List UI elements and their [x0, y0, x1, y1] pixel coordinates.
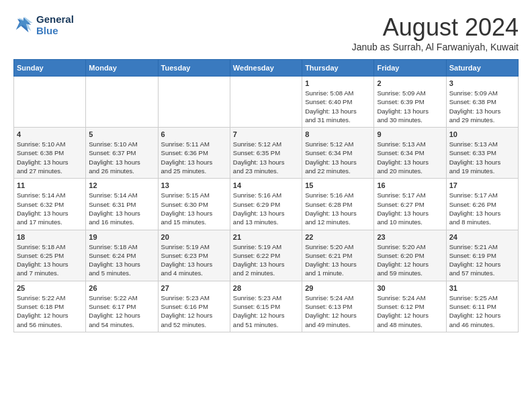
day-number: 25 [17, 284, 83, 292]
calendar-cell: 21Sunrise: 5:19 AM Sunset: 6:22 PM Dayli… [230, 230, 302, 281]
day-number: 30 [377, 284, 443, 292]
day-detail: Sunrise: 5:10 AM Sunset: 6:37 PM Dayligh… [89, 140, 154, 175]
month-title: August 2024 [352, 13, 519, 42]
day-number: 20 [161, 233, 227, 241]
calendar-cell: 13Sunrise: 5:15 AM Sunset: 6:30 PM Dayli… [158, 179, 230, 230]
calendar-cell: 16Sunrise: 5:17 AM Sunset: 6:27 PM Dayli… [374, 179, 446, 230]
calendar-week-5: 25Sunrise: 5:22 AM Sunset: 6:18 PM Dayli… [14, 281, 519, 332]
day-number: 16 [377, 181, 443, 189]
day-detail: Sunrise: 5:21 AM Sunset: 6:19 PM Dayligh… [449, 242, 515, 278]
calendar-cell [230, 77, 302, 128]
calendar-cell: 15Sunrise: 5:16 AM Sunset: 6:28 PM Dayli… [302, 179, 374, 230]
calendar-cell: 19Sunrise: 5:18 AM Sunset: 6:24 PM Dayli… [86, 230, 158, 281]
calendar-cell: 7Sunrise: 5:12 AM Sunset: 6:35 PM Daylig… [230, 128, 302, 179]
day-number: 6 [161, 130, 227, 138]
day-detail: Sunrise: 5:19 AM Sunset: 6:23 PM Dayligh… [161, 242, 227, 278]
calendar-cell: 10Sunrise: 5:13 AM Sunset: 6:33 PM Dayli… [446, 128, 518, 179]
day-header-monday: Monday [86, 60, 158, 77]
title-block: August 2024 Janub as Surrah, Al Farwaniy… [352, 13, 519, 52]
day-number: 1 [305, 79, 371, 87]
day-number: 8 [305, 130, 371, 138]
day-number: 7 [233, 130, 299, 138]
day-number: 19 [89, 233, 154, 241]
day-number: 18 [17, 233, 83, 241]
location-subtitle: Janub as Surrah, Al Farwaniyah, Kuwait [352, 42, 519, 52]
day-detail: Sunrise: 5:14 AM Sunset: 6:32 PM Dayligh… [17, 191, 83, 226]
logo-text: General Blue [36, 13, 74, 36]
day-detail: Sunrise: 5:25 AM Sunset: 6:11 PM Dayligh… [449, 293, 515, 329]
logo: General Blue [13, 13, 74, 36]
day-detail: Sunrise: 5:24 AM Sunset: 6:12 PM Dayligh… [377, 293, 443, 329]
calendar-cell: 8Sunrise: 5:12 AM Sunset: 6:34 PM Daylig… [302, 128, 374, 179]
calendar-cell: 6Sunrise: 5:11 AM Sunset: 6:36 PM Daylig… [158, 128, 230, 179]
calendar-cell: 31Sunrise: 5:25 AM Sunset: 6:11 PM Dayli… [446, 281, 518, 332]
calendar-cell: 26Sunrise: 5:22 AM Sunset: 6:17 PM Dayli… [86, 281, 158, 332]
day-number: 3 [449, 79, 515, 87]
day-detail: Sunrise: 5:17 AM Sunset: 6:27 PM Dayligh… [377, 191, 443, 226]
day-number: 13 [161, 181, 227, 189]
day-number: 14 [233, 181, 299, 189]
day-number: 9 [377, 130, 443, 138]
day-detail: Sunrise: 5:18 AM Sunset: 6:24 PM Dayligh… [89, 242, 154, 278]
day-number: 24 [449, 233, 515, 241]
day-number: 31 [449, 284, 515, 292]
day-number: 21 [233, 233, 299, 241]
day-header-friday: Friday [374, 60, 446, 77]
day-number: 10 [449, 130, 515, 138]
day-header-saturday: Saturday [446, 60, 518, 77]
calendar-cell: 24Sunrise: 5:21 AM Sunset: 6:19 PM Dayli… [446, 230, 518, 281]
day-detail: Sunrise: 5:22 AM Sunset: 6:17 PM Dayligh… [89, 293, 154, 329]
page-header: General Blue August 2024 Janub as Surrah… [13, 13, 519, 52]
calendar-cell: 11Sunrise: 5:14 AM Sunset: 6:32 PM Dayli… [14, 179, 86, 230]
calendar-cell: 12Sunrise: 5:14 AM Sunset: 6:31 PM Dayli… [86, 179, 158, 230]
day-number: 26 [89, 284, 154, 292]
day-detail: Sunrise: 5:10 AM Sunset: 6:38 PM Dayligh… [17, 140, 83, 175]
day-detail: Sunrise: 5:13 AM Sunset: 6:33 PM Dayligh… [449, 140, 515, 175]
header-row: SundayMondayTuesdayWednesdayThursdayFrid… [14, 60, 519, 77]
day-detail: Sunrise: 5:08 AM Sunset: 6:40 PM Dayligh… [305, 89, 371, 124]
calendar-cell: 18Sunrise: 5:18 AM Sunset: 6:25 PM Dayli… [14, 230, 86, 281]
calendar-cell: 20Sunrise: 5:19 AM Sunset: 6:23 PM Dayli… [158, 230, 230, 281]
day-header-wednesday: Wednesday [230, 60, 302, 77]
day-header-tuesday: Tuesday [158, 60, 230, 77]
day-number: 4 [17, 130, 83, 138]
calendar-cell: 28Sunrise: 5:23 AM Sunset: 6:15 PM Dayli… [230, 281, 302, 332]
calendar-cell: 4Sunrise: 5:10 AM Sunset: 6:38 PM Daylig… [14, 128, 86, 179]
calendar-cell [86, 77, 158, 128]
day-detail: Sunrise: 5:18 AM Sunset: 6:25 PM Dayligh… [17, 242, 83, 278]
day-detail: Sunrise: 5:12 AM Sunset: 6:34 PM Dayligh… [305, 140, 371, 175]
calendar-cell: 2Sunrise: 5:09 AM Sunset: 6:39 PM Daylig… [374, 77, 446, 128]
calendar-week-3: 11Sunrise: 5:14 AM Sunset: 6:32 PM Dayli… [14, 179, 519, 230]
day-number: 11 [17, 181, 83, 189]
day-detail: Sunrise: 5:17 AM Sunset: 6:26 PM Dayligh… [449, 191, 515, 226]
calendar-cell: 22Sunrise: 5:20 AM Sunset: 6:21 PM Dayli… [302, 230, 374, 281]
day-detail: Sunrise: 5:14 AM Sunset: 6:31 PM Dayligh… [89, 191, 154, 226]
day-number: 5 [89, 130, 154, 138]
day-detail: Sunrise: 5:20 AM Sunset: 6:20 PM Dayligh… [377, 242, 443, 278]
calendar-cell: 27Sunrise: 5:23 AM Sunset: 6:16 PM Dayli… [158, 281, 230, 332]
calendar-cell: 25Sunrise: 5:22 AM Sunset: 6:18 PM Dayli… [14, 281, 86, 332]
calendar-cell [158, 77, 230, 128]
day-detail: Sunrise: 5:11 AM Sunset: 6:36 PM Dayligh… [161, 140, 227, 175]
day-detail: Sunrise: 5:15 AM Sunset: 6:30 PM Dayligh… [161, 191, 227, 226]
day-detail: Sunrise: 5:23 AM Sunset: 6:16 PM Dayligh… [161, 293, 227, 329]
day-detail: Sunrise: 5:09 AM Sunset: 6:39 PM Dayligh… [377, 89, 443, 124]
day-number: 29 [305, 284, 371, 292]
day-number: 17 [449, 181, 515, 189]
day-detail: Sunrise: 5:24 AM Sunset: 6:13 PM Dayligh… [305, 293, 371, 329]
calendar-cell: 3Sunrise: 5:09 AM Sunset: 6:38 PM Daylig… [446, 77, 518, 128]
day-number: 15 [305, 181, 371, 189]
day-detail: Sunrise: 5:13 AM Sunset: 6:34 PM Dayligh… [377, 140, 443, 175]
day-detail: Sunrise: 5:16 AM Sunset: 6:29 PM Dayligh… [233, 191, 299, 226]
calendar-cell: 17Sunrise: 5:17 AM Sunset: 6:26 PM Dayli… [446, 179, 518, 230]
calendar-table: SundayMondayTuesdayWednesdayThursdayFrid… [13, 59, 519, 332]
calendar-cell [14, 77, 86, 128]
day-detail: Sunrise: 5:16 AM Sunset: 6:28 PM Dayligh… [305, 191, 371, 226]
day-detail: Sunrise: 5:09 AM Sunset: 6:38 PM Dayligh… [449, 89, 515, 124]
calendar-cell: 9Sunrise: 5:13 AM Sunset: 6:34 PM Daylig… [374, 128, 446, 179]
calendar-cell: 29Sunrise: 5:24 AM Sunset: 6:13 PM Dayli… [302, 281, 374, 332]
day-number: 12 [89, 181, 154, 189]
calendar-cell: 23Sunrise: 5:20 AM Sunset: 6:20 PM Dayli… [374, 230, 446, 281]
calendar-cell: 5Sunrise: 5:10 AM Sunset: 6:37 PM Daylig… [86, 128, 158, 179]
calendar-cell: 30Sunrise: 5:24 AM Sunset: 6:12 PM Dayli… [374, 281, 446, 332]
